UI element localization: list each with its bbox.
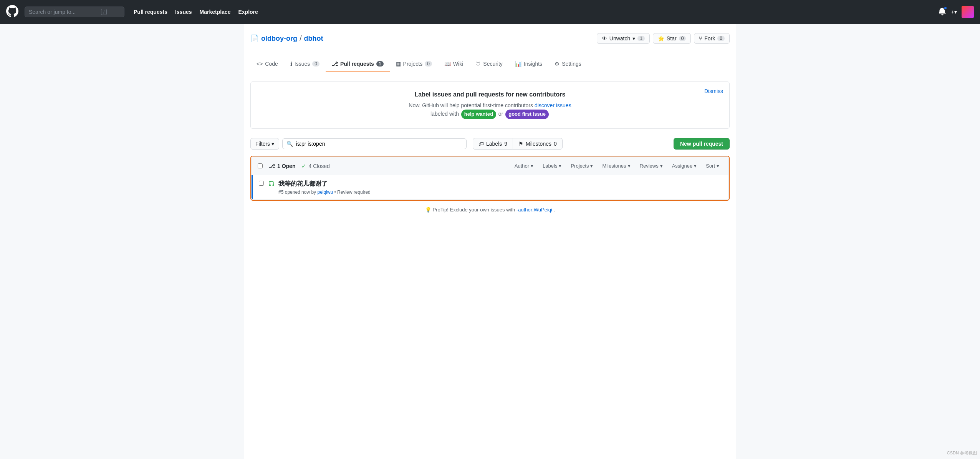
tab-projects-label: Projects [403, 61, 423, 67]
search-box[interactable]: 🔍 [282, 138, 467, 149]
pr-title[interactable]: 我等的花儿都谢了 [278, 180, 722, 188]
wiki-icon: 📖 [444, 61, 451, 67]
nav-issues[interactable]: Issues [175, 9, 192, 15]
tab-projects[interactable]: ▦ Projects 0 [390, 56, 438, 72]
labels-button[interactable]: 🏷 Labels 9 [473, 138, 513, 150]
notifications-button[interactable] [938, 7, 947, 17]
reviews-dropdown[interactable]: Reviews ▾ [637, 161, 666, 170]
chevron-down-icon: ▾ [632, 35, 635, 42]
labels-count: 9 [504, 141, 507, 147]
projects-chevron-icon: ▾ [590, 163, 593, 169]
pr-opened-text: opened now by [285, 190, 316, 195]
filter-bar: Filters ▾ 🔍 🏷 Labels 9 ⚑ Milestones 0 Ne… [250, 138, 730, 150]
dismiss-button[interactable]: Dismiss [704, 88, 723, 94]
tab-settings-label: Settings [562, 61, 581, 67]
github-logo[interactable] [6, 5, 18, 19]
closed-count[interactable]: ✓ 4 Closed [301, 163, 329, 169]
nav-pull-requests[interactable]: Pull requests [134, 9, 167, 15]
assignee-dropdown[interactable]: Assignee ▾ [669, 161, 700, 170]
help-wanted-badge: help wanted [461, 110, 496, 119]
star-count: 0 [679, 36, 686, 41]
tab-issues-count: 0 [312, 61, 319, 67]
user-avatar[interactable] [962, 6, 974, 18]
tab-insights[interactable]: 📊 Insights [509, 56, 548, 72]
tab-code-label: Code [265, 61, 278, 67]
protip-link[interactable]: -author:WuPeiqi [516, 207, 552, 213]
pr-open-icon: ⎇ [269, 163, 275, 169]
author-dropdown[interactable]: Author ▾ [512, 161, 536, 170]
repo-tabs: <> Code ℹ Issues 0 ⎇ Pull requests 1 ▦ P… [250, 56, 730, 72]
pr-number: #5 [278, 190, 283, 195]
projects-dropdown[interactable]: Projects ▾ [568, 161, 596, 170]
pr-bullet: • [334, 190, 338, 195]
pr-list-header-right: Author ▾ Labels ▾ Projects ▾ Milestones … [512, 161, 722, 170]
unwatch-label: Unwatch [609, 35, 630, 42]
navbar-right: +▾ [938, 6, 974, 18]
pr-author-link[interactable]: peiqiwu [317, 190, 333, 195]
notification-dot [944, 6, 947, 10]
nav-explore[interactable]: Explore [238, 9, 258, 15]
fork-button[interactable]: ⑂ Fork 0 [694, 33, 730, 44]
tab-pull-requests[interactable]: ⎇ Pull requests 1 [326, 56, 390, 72]
protip-prefix: 💡 ProTip! Exclude your own issues with [425, 207, 515, 213]
tab-settings[interactable]: ⚙ Settings [548, 56, 588, 72]
main-container: 📄 oldboy-org / dbhot 👁 Unwatch ▾ 1 ⭐ Sta… [244, 24, 736, 459]
tag-icon: 🏷 [478, 141, 484, 147]
search-bar[interactable]: / [25, 7, 124, 17]
tab-issues[interactable]: ℹ Issues 0 [284, 56, 326, 72]
insights-icon: 📊 [515, 61, 521, 67]
star-icon: ⭐ [658, 35, 664, 42]
labels-dropdown[interactable]: Labels ▾ [540, 161, 564, 170]
navbar-links: Pull requests Issues Marketplace Explore [134, 9, 258, 15]
pr-content: 我等的花儿都谢了 #5 opened now by peiqiwu • Revi… [278, 180, 722, 195]
repo-icon: 📄 [250, 34, 259, 43]
closed-count-label: 4 Closed [308, 163, 329, 169]
tab-security[interactable]: 🛡 Security [469, 56, 509, 72]
new-menu-button[interactable]: +▾ [951, 9, 957, 15]
author-chevron-icon: ▾ [531, 163, 533, 169]
milestones-label: Milestones [526, 141, 551, 147]
tab-issues-label: Issues [295, 61, 310, 67]
unwatch-button[interactable]: 👁 Unwatch ▾ 1 [597, 33, 650, 44]
promo-or-text: or [498, 111, 505, 117]
pr-checkbox[interactable] [259, 181, 264, 186]
select-all-checkbox[interactable] [258, 163, 263, 168]
protip-suffix: . [554, 207, 555, 213]
labels-milestones-group: 🏷 Labels 9 ⚑ Milestones 0 [473, 138, 563, 150]
assignee-chevron-icon: ▾ [694, 163, 697, 169]
pr-search-input[interactable] [296, 141, 462, 147]
repo-link[interactable]: dbhot [304, 35, 323, 43]
sort-dropdown[interactable]: Sort ▾ [703, 161, 722, 170]
breadcrumb: 📄 oldboy-org / dbhot [250, 34, 323, 43]
protip: 💡 ProTip! Exclude your own issues with -… [250, 201, 730, 219]
pr-list-header-left: ⎇ 1 Open ✓ 4 Closed [258, 163, 505, 169]
fork-label: Fork [704, 35, 715, 42]
tab-wiki[interactable]: 📖 Wiki [438, 56, 469, 72]
breadcrumb-slash: / [300, 34, 302, 43]
pull-request-icon: ⎇ [332, 61, 338, 67]
filters-button[interactable]: Filters ▾ [250, 138, 279, 150]
nav-marketplace[interactable]: Marketplace [200, 9, 231, 15]
star-button[interactable]: ⭐ Star 0 [653, 33, 691, 44]
settings-icon: ⚙ [555, 61, 560, 67]
new-pull-request-button[interactable]: New pull request [674, 138, 730, 150]
pr-list-container: ⎇ 1 Open ✓ 4 Closed Author ▾ Labels [251, 156, 729, 200]
star-label: Star [667, 35, 677, 42]
milestones-button[interactable]: ⚑ Milestones 0 [513, 138, 563, 150]
pr-list-header: ⎇ 1 Open ✓ 4 Closed Author ▾ Labels [252, 157, 728, 175]
search-icon: 🔍 [286, 141, 293, 147]
issues-icon: ℹ [290, 61, 292, 67]
search-input[interactable] [29, 9, 98, 15]
promo-body: Now, GitHub will help potential first-ti… [260, 101, 720, 119]
labels-col-label: Labels [543, 163, 557, 169]
projects-col-label: Projects [571, 163, 589, 169]
navbar: / Pull requests Issues Marketplace Explo… [0, 0, 980, 24]
milestones-dropdown[interactable]: Milestones ▾ [599, 161, 633, 170]
projects-icon: ▦ [396, 61, 401, 67]
tab-code[interactable]: <> Code [250, 56, 284, 72]
discover-issues-link[interactable]: discover issues [535, 102, 571, 108]
milestone-icon: ⚑ [518, 141, 523, 147]
org-link[interactable]: oldboy-org [261, 35, 297, 43]
pr-review-status: Review required [337, 190, 371, 195]
fork-icon: ⑂ [699, 35, 702, 42]
